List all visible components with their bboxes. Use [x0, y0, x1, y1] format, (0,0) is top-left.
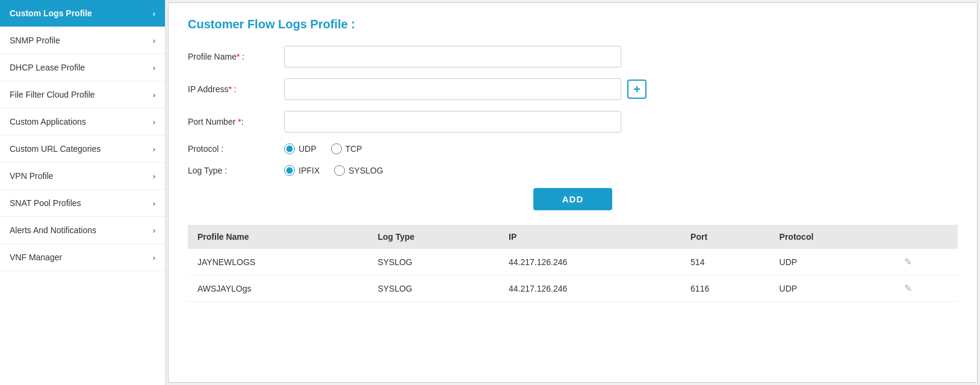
cell-edit[interactable]: ✎ — [895, 249, 958, 275]
cell-log-type: SYSLOG — [368, 275, 499, 302]
cell-profile-name: JAYNEWLOGS — [188, 249, 368, 275]
protocol-udp-label: UDP — [299, 144, 317, 154]
chevron-icon: › — [153, 253, 155, 262]
protocol-radio-group: UDP TCP — [284, 143, 362, 154]
profile-name-label: Profile Name* : — [188, 52, 284, 61]
add-button[interactable]: ADD — [533, 188, 613, 210]
port-number-input[interactable] — [284, 111, 621, 133]
ip-address-input[interactable] — [284, 78, 621, 100]
sidebar-item-snat-pool-profiles[interactable]: SNAT Pool Profiles› — [0, 190, 165, 217]
sidebar: Custom Logs Profile›SNMP Profile›DHCP Le… — [0, 0, 166, 385]
cell-profile-name: AWSJAYLOgs — [188, 275, 368, 302]
chevron-icon: › — [153, 36, 155, 45]
col-port: Port — [681, 225, 769, 249]
port-number-label: Port Number *: — [188, 117, 284, 127]
cell-protocol: UDP — [770, 249, 895, 275]
col-ip: IP — [499, 225, 681, 249]
edit-icon[interactable]: ✎ — [904, 257, 912, 267]
chevron-icon: › — [153, 9, 155, 18]
sidebar-item-alerts-and-notifications[interactable]: Alerts And Notifications› — [0, 217, 165, 244]
sidebar-item-label: Alerts And Notifications — [10, 225, 96, 235]
form-section: Profile Name* : IP Address* : + Port Num… — [188, 46, 958, 176]
sidebar-item-label: File Filter Cloud Profile — [10, 90, 95, 99]
protocol-tcp-label: TCP — [346, 144, 362, 154]
sidebar-item-dhcp-lease-profile[interactable]: DHCP Lease Profile› — [0, 54, 165, 81]
protocol-udp-option[interactable]: UDP — [284, 143, 317, 154]
log-type-syslog-option[interactable]: SYSLOG — [334, 165, 383, 176]
chevron-icon: › — [153, 199, 155, 208]
page-title: Customer Flow Logs Profile : — [188, 17, 958, 31]
log-type-ipfix-radio[interactable] — [284, 165, 295, 176]
sidebar-item-custom-applications[interactable]: Custom Applications› — [0, 108, 165, 136]
protocol-tcp-option[interactable]: TCP — [331, 143, 362, 154]
table-header: Profile Name Log Type IP Port Protocol — [188, 225, 958, 249]
sidebar-item-vnf-manager[interactable]: VNF Manager› — [0, 244, 165, 271]
sidebar-item-snmp-profile[interactable]: SNMP Profile› — [0, 27, 165, 54]
sidebar-item-label: Custom Applications — [10, 117, 86, 127]
log-type-row: Log Type : IPFIX SYSLOG — [188, 165, 958, 176]
log-type-ipfix-label: IPFIX — [299, 166, 320, 175]
sidebar-item-label: SNAT Pool Profiles — [10, 198, 81, 208]
cell-log-type: SYSLOG — [368, 249, 499, 275]
sidebar-item-vpn-profile[interactable]: VPN Profile› — [0, 163, 165, 190]
log-type-label: Log Type : — [188, 166, 284, 175]
ip-address-label: IP Address* : — [188, 84, 284, 94]
edit-icon[interactable]: ✎ — [904, 283, 912, 293]
logs-table: Profile Name Log Type IP Port Protocol J… — [188, 225, 958, 302]
port-number-row: Port Number *: — [188, 111, 958, 133]
main-content: Customer Flow Logs Profile : Profile Nam… — [168, 2, 978, 383]
chevron-icon: › — [153, 145, 155, 154]
chevron-icon: › — [153, 90, 155, 99]
cell-ip: 44.217.126.246 — [499, 275, 681, 302]
sidebar-item-label: DHCP Lease Profile — [10, 63, 85, 72]
protocol-udp-radio[interactable] — [284, 143, 295, 154]
col-profile-name: Profile Name — [188, 225, 368, 249]
sidebar-item-custom-logs-profile[interactable]: Custom Logs Profile› — [0, 0, 165, 27]
profile-name-row: Profile Name* : — [188, 46, 958, 67]
log-type-ipfix-option[interactable]: IPFIX — [284, 165, 320, 176]
cell-port: 514 — [681, 249, 769, 275]
log-type-syslog-radio[interactable] — [334, 165, 345, 176]
protocol-row: Protocol : UDP TCP — [188, 143, 958, 154]
sidebar-item-file-filter-cloud-profile[interactable]: File Filter Cloud Profile› — [0, 81, 165, 108]
table-header-row: Profile Name Log Type IP Port Protocol — [188, 225, 958, 249]
ip-address-row: IP Address* : + — [188, 78, 958, 100]
log-type-syslog-label: SYSLOG — [349, 166, 383, 175]
chevron-icon: › — [153, 63, 155, 72]
add-button-row: ADD — [188, 188, 958, 210]
add-ip-button[interactable]: + — [627, 80, 647, 99]
col-actions — [895, 225, 958, 249]
sidebar-item-custom-url-categories[interactable]: Custom URL Categories› — [0, 136, 165, 163]
chevron-icon: › — [153, 172, 155, 181]
profile-name-input[interactable] — [284, 46, 621, 67]
chevron-icon: › — [153, 226, 155, 235]
log-type-radio-group: IPFIX SYSLOG — [284, 165, 383, 176]
ip-input-group: + — [284, 78, 647, 100]
chevron-icon: › — [153, 117, 155, 127]
sidebar-item-label: VPN Profile — [10, 171, 53, 181]
sidebar-item-label: VNF Manager — [10, 252, 62, 262]
sidebar-item-label: Custom URL Categories — [10, 144, 101, 154]
table-row: JAYNEWLOGS SYSLOG 44.217.126.246 514 UDP… — [188, 249, 958, 275]
sidebar-item-label: Custom Logs Profile — [10, 8, 92, 18]
protocol-tcp-radio[interactable] — [331, 143, 342, 154]
sidebar-item-label: SNMP Profile — [10, 36, 60, 45]
cell-edit[interactable]: ✎ — [895, 275, 958, 302]
cell-ip: 44.217.126.246 — [499, 249, 681, 275]
table-row: AWSJAYLOgs SYSLOG 44.217.126.246 6116 UD… — [188, 275, 958, 302]
table-body: JAYNEWLOGS SYSLOG 44.217.126.246 514 UDP… — [188, 249, 958, 302]
cell-protocol: UDP — [770, 275, 895, 302]
col-log-type: Log Type — [368, 225, 499, 249]
col-protocol: Protocol — [770, 225, 895, 249]
cell-port: 6116 — [681, 275, 769, 302]
protocol-label: Protocol : — [188, 144, 284, 154]
